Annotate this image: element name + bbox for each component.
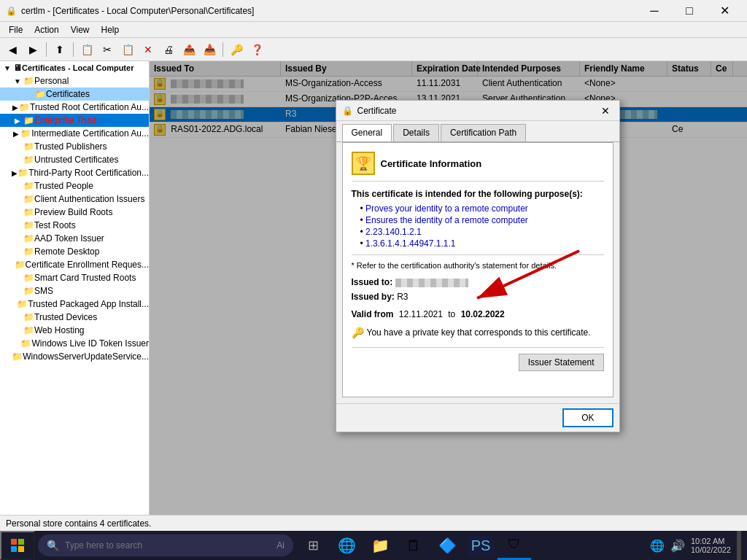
toolbar-properties[interactable]: 🔑 <box>227 40 246 59</box>
cert-valid-to-label: to <box>448 309 455 319</box>
taskbar-search-box[interactable]: 🔍 Ai <box>38 534 293 556</box>
tree-root[interactable]: ▼ 🖥 Certificates - Local Computer <box>0 61 149 74</box>
toolbar-back[interactable]: ◀ <box>3 40 22 59</box>
tree-sc-label: Smart Card Trusted Roots <box>34 273 136 283</box>
taskbar-show-desktop[interactable] <box>737 531 741 560</box>
menu-view[interactable]: View <box>65 23 96 36</box>
issuer-btn-row: Issuer Statement <box>352 347 604 371</box>
toolbar-delete[interactable]: ✕ <box>139 40 158 59</box>
toolbar-print[interactable]: 🖨 <box>159 40 178 59</box>
tree-sms-label: SMS <box>34 286 53 296</box>
taskbar-certlm[interactable]: 🛡 <box>498 531 531 560</box>
cert-private-key-text: You have a private key that corresponds … <box>367 327 591 338</box>
tree-client-auth[interactable]: 📁 Client Authentication Issuers <box>0 192 149 206</box>
tree-trusted-publishers[interactable]: 📁 Trusted Publishers <box>0 140 149 153</box>
taskbar-task-view[interactable]: ⊞ <box>296 531 330 560</box>
cert-issued-to-label: Issued to: <box>352 277 393 287</box>
cert-issued-to-field: Issued to: <box>352 277 604 287</box>
tree-personal[interactable]: ▼ 📁 Personal <box>0 74 149 88</box>
tree-trusted-root[interactable]: ▶ 📁 Trusted Root Certification Au... <box>0 101 149 114</box>
folder-icon-enterprise: 📁 <box>23 115 34 125</box>
tree-intermediate[interactable]: ▶ 📁 Intermediate Certification Au... <box>0 127 149 140</box>
taskbar-explorer[interactable]: 📁 <box>363 531 397 560</box>
toolbar-sep-2 <box>73 42 74 57</box>
taskbar-app-5[interactable]: 🔷 <box>430 531 464 560</box>
maximize-button[interactable]: □ <box>673 0 706 22</box>
toolbar-cut[interactable]: ✂ <box>98 40 117 59</box>
folder-icon-root: 🖥 <box>13 63 22 73</box>
folder-icon-rd: 📁 <box>23 246 34 257</box>
modal-tab-details[interactable]: Details <box>393 124 439 141</box>
tree-remote-desktop[interactable]: 📁 Remote Desktop <box>0 245 149 258</box>
start-button[interactable] <box>0 531 35 560</box>
taskbar-time: 10:02 AM10/02/2022 <box>691 537 731 554</box>
cert-issued-by-value: R3 <box>397 292 408 302</box>
tree-windows-update[interactable]: 📁 WindowsServerUpdateService... <box>0 350 149 363</box>
tree-third-party[interactable]: ▶ 📁 Third-Party Root Certification... <box>0 166 149 179</box>
tree-web-hosting[interactable]: 📁 Web Hosting <box>0 324 149 337</box>
menu-action[interactable]: Action <box>28 23 64 36</box>
tree-cert-enroll[interactable]: 📁 Certificate Enrollment Reques... <box>0 258 149 271</box>
folder-icon-tp: 📁 <box>23 141 34 152</box>
cert-bullet-4: 1.3.6.1.4.1.44947.1.1.1 <box>360 238 604 249</box>
modal-tab-general[interactable]: General <box>342 124 392 141</box>
taskbar-edge[interactable]: 🌐 <box>330 531 363 560</box>
minimize-button[interactable]: ─ <box>638 0 671 22</box>
tree-smart-card[interactable]: 📁 Smart Card Trusted Roots <box>0 271 149 284</box>
explorer-icon: 📁 <box>371 537 390 554</box>
toolbar-copy[interactable]: 📋 <box>118 40 137 59</box>
modal-tabs: General Details Certification Path <box>336 121 619 142</box>
folder-icon-sms: 📁 <box>23 286 34 296</box>
taskbar-right: 🌐 🔊 10:02 AM10/02/2022 <box>650 531 747 560</box>
tree-third-label: Third-Party Root Certification... <box>28 168 149 178</box>
menu-help[interactable]: Help <box>96 23 125 36</box>
issuer-statement-button[interactable]: Issuer Statement <box>519 354 604 371</box>
tree-rd-label: Remote Desktop <box>34 246 99 257</box>
tree-windows-live[interactable]: 📁 Windows Live ID Token Issuer <box>0 337 149 350</box>
folder-icon-tr: 📁 <box>23 220 34 230</box>
taskbar-store[interactable]: 🗒 <box>397 531 430 560</box>
cert-issued-to-value-blurred <box>395 279 468 287</box>
taskbar-ai-label: Ai <box>276 540 285 551</box>
tree-sms[interactable]: 📁 SMS <box>0 284 149 298</box>
cert-bullet-3: 2.23.140.1.2.1 <box>360 227 604 237</box>
title-bar: 🔒 certlm - [Certificates - Local Compute… <box>0 0 747 22</box>
tree-untrusted[interactable]: 📁 Untrusted Certificates <box>0 153 149 166</box>
tree-trusted-devices[interactable]: 📁 Trusted Devices <box>0 311 149 324</box>
status-text: Personal store contains 4 certificates. <box>6 518 151 529</box>
close-button[interactable]: ✕ <box>708 0 741 22</box>
search-input[interactable] <box>65 540 271 551</box>
folder-icon-wu: 📁 <box>12 351 23 362</box>
tree-trusted-pkg[interactable]: 📁 Trusted Packaged App Install... <box>0 298 149 311</box>
tree-intermediate-label: Intermediate Certification Au... <box>31 128 149 139</box>
folder-icon-tpkg: 📁 <box>17 299 28 309</box>
tree-enterprise[interactable]: ▶ 📁 Enterprise Trust <box>0 114 149 127</box>
tree-aad[interactable]: 📁 AAD Token Issuer <box>0 232 149 245</box>
modal-ok-button[interactable]: OK <box>562 408 613 427</box>
modal-tab-cert-path[interactable]: Certification Path <box>441 124 526 141</box>
toolbar-export[interactable]: 📤 <box>179 40 198 59</box>
tree-wl-label: Windows Live ID Token Issuer <box>31 338 149 349</box>
tree-test-roots[interactable]: 📁 Test Roots <box>0 219 149 232</box>
toolbar-show-hide[interactable]: 📋 <box>77 40 96 59</box>
cert-issued-by-label: Issued by: <box>352 292 395 302</box>
modal-close-button[interactable]: ✕ <box>597 103 614 119</box>
toolbar-help[interactable]: ❓ <box>247 40 266 59</box>
toolbar-up[interactable]: ⬆ <box>50 40 69 59</box>
tree-preview-build[interactable]: 📁 Preview Build Roots <box>0 206 149 219</box>
folder-icon-ce: 📁 <box>15 260 26 270</box>
menu-file[interactable]: File <box>3 23 28 36</box>
folder-icon-intermediate: 📁 <box>20 128 31 139</box>
cert-valid-to-value: 10.02.2022 <box>461 309 505 319</box>
tree-trusted-people[interactable]: 📁 Trusted People <box>0 179 149 192</box>
window-icon: 🔒 <box>6 6 17 16</box>
tree-toggle-personal: ▼ <box>12 77 23 85</box>
toolbar-forward[interactable]: ▶ <box>23 40 42 59</box>
tree-tr-label: Test Roots <box>34 220 76 230</box>
taskbar-terminal[interactable]: PS <box>464 531 498 560</box>
cert-info-header: 🏆 Certificate Information <box>352 152 604 182</box>
toolbar-sep-3 <box>222 42 223 57</box>
toolbar-import[interactable]: 📥 <box>200 40 219 59</box>
folder-icon-pb: 📁 <box>23 207 34 217</box>
tree-certificates[interactable]: 📁 Certificates <box>0 88 149 101</box>
